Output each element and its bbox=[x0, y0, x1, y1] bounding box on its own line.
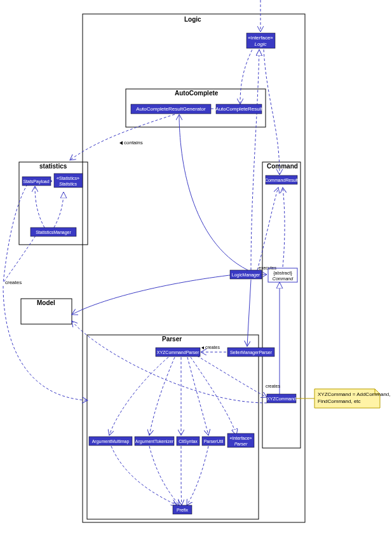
svg-text:XYZCommandParser: XYZCommandParser bbox=[157, 350, 199, 355]
edge-cmd-to-result bbox=[283, 187, 285, 267]
edge-statsmgr-realizes bbox=[54, 192, 64, 228]
edge-xyzcmd-to-model bbox=[72, 321, 267, 403]
edge-logicmgr-to-acgen bbox=[179, 114, 248, 270]
edge-logic-to-acres bbox=[240, 46, 254, 104]
svg-text:ArgumentTokenizer: ArgumentTokenizer bbox=[135, 439, 174, 444]
pkg-parser-title: Parser bbox=[162, 336, 182, 343]
svg-text:StatisticsManager: StatisticsManager bbox=[36, 230, 71, 235]
svg-text:ArgumentMultimap: ArgumentMultimap bbox=[92, 439, 130, 444]
pkg-command bbox=[262, 162, 301, 448]
edge-argtok-prefix bbox=[149, 446, 179, 505]
edge-cli-prefix bbox=[181, 446, 182, 505]
pkg-model-title: Model bbox=[37, 299, 55, 306]
svg-text:«Statistics»: «Statistics» bbox=[57, 176, 79, 180]
svg-text:XYZCommand: XYZCommand bbox=[267, 397, 296, 401]
node-logic-manager: LogicManager bbox=[230, 270, 262, 279]
node-ac-res: AutoCompleteResult bbox=[215, 104, 262, 114]
node-cli-syntax: CliSyntax bbox=[177, 437, 199, 445]
svg-text:SellerManagerParser: SellerManagerParser bbox=[230, 350, 273, 355]
svg-text:Logic: Logic bbox=[254, 41, 266, 47]
edge-xyzparser-realizes-parser bbox=[191, 357, 236, 435]
svg-text:ParserUtil: ParserUtil bbox=[204, 439, 224, 444]
label-creates2-arrow bbox=[201, 346, 204, 350]
node-parser-interface: «Interface» Parser bbox=[227, 433, 254, 447]
node-abstract-command: {abstract} Command bbox=[268, 268, 297, 282]
svg-text:Statistics: Statistics bbox=[59, 182, 78, 186]
note-xyzcommand: XYZCommand = AddCommand, FindCommand, et… bbox=[314, 389, 391, 408]
pkg-statistics-title: statistics bbox=[39, 163, 67, 170]
svg-text:Command: Command bbox=[273, 276, 294, 281]
svg-text:Prefix: Prefix bbox=[177, 508, 188, 512]
svg-text:AutoCompleteResultGenerator: AutoCompleteResultGenerator bbox=[136, 106, 206, 112]
node-xyz-parser: XYZCommandParser bbox=[156, 348, 200, 357]
edge-xyzp-putil bbox=[187, 357, 208, 435]
svg-text:CommandResult: CommandResult bbox=[265, 178, 298, 182]
node-stats-mgr: StatisticsManager bbox=[30, 228, 76, 236]
edge-logicmgr-to-cmdresult bbox=[257, 187, 278, 270]
node-sm-parser: SellerManagerParser bbox=[227, 348, 274, 357]
label-contains-arrow bbox=[119, 141, 123, 145]
svg-text:{abstract}: {abstract} bbox=[273, 271, 292, 276]
svg-text:«Interface»: «Interface» bbox=[229, 436, 252, 440]
edge-xyzparser-creates-xyzcmd bbox=[197, 356, 267, 397]
label-creates3: creates bbox=[266, 384, 280, 388]
svg-text:XYZCommand = AddCommand,: XYZCommand = AddCommand, bbox=[318, 391, 391, 397]
pkg-command-title: Command bbox=[267, 163, 298, 170]
node-parser-util: ParserUtil bbox=[202, 437, 225, 445]
node-logic-interface: «interface» Logic bbox=[247, 33, 275, 48]
node-xyz-command: XYZCommand bbox=[267, 394, 296, 403]
svg-text:Parser: Parser bbox=[234, 442, 248, 446]
edge-logicmgr-to-smparser bbox=[247, 280, 251, 346]
node-stats-payload: StatsPayload bbox=[22, 177, 51, 186]
node-cmd-result: CommandResult bbox=[265, 175, 298, 184]
svg-text:FindCommand, etc: FindCommand, etc bbox=[318, 398, 361, 404]
node-arg-tokenizer: ArgumentTokenizer bbox=[135, 437, 174, 445]
svg-text:LogicManager: LogicManager bbox=[232, 273, 260, 278]
node-prefix: Prefix bbox=[173, 505, 192, 514]
edge-logic-to-cmdresult bbox=[264, 50, 280, 175]
uml-diagram: Logic AutoComplete statistics Command Mo… bbox=[0, 0, 392, 537]
pkg-logic-title: Logic bbox=[184, 16, 201, 23]
edge-creates-left-a bbox=[3, 184, 27, 283]
edge-contains bbox=[70, 114, 175, 160]
edge-statsmgr-to-payload bbox=[35, 186, 44, 228]
node-arg-multimap: ArgumentMultimap bbox=[89, 437, 132, 445]
label-creates2: creates bbox=[205, 345, 220, 350]
edge-argmm-prefix bbox=[111, 446, 177, 505]
edge-xyzp-argtok bbox=[149, 357, 175, 435]
svg-text:«interface»: «interface» bbox=[248, 35, 273, 41]
pkg-autocomplete-title: AutoComplete bbox=[175, 90, 219, 97]
svg-text:CliSyntax: CliSyntax bbox=[179, 439, 198, 444]
label-contains: contains bbox=[124, 140, 143, 146]
edge-logicmgr-to-model bbox=[72, 275, 235, 315]
edge-putil-prefix bbox=[187, 446, 208, 505]
node-stats-interface: «Statistics» Statistics bbox=[54, 173, 83, 187]
svg-text:AutoCompleteResult: AutoCompleteResult bbox=[215, 106, 262, 112]
svg-text:StatsPayload: StatsPayload bbox=[23, 179, 49, 184]
edge-logicmgr-realizes-logic bbox=[251, 50, 259, 270]
edge-creates-left-b bbox=[3, 232, 38, 283]
label-creates1: creates bbox=[5, 280, 22, 285]
node-ac-gen: AutoCompleteResultGenerator bbox=[131, 104, 211, 114]
